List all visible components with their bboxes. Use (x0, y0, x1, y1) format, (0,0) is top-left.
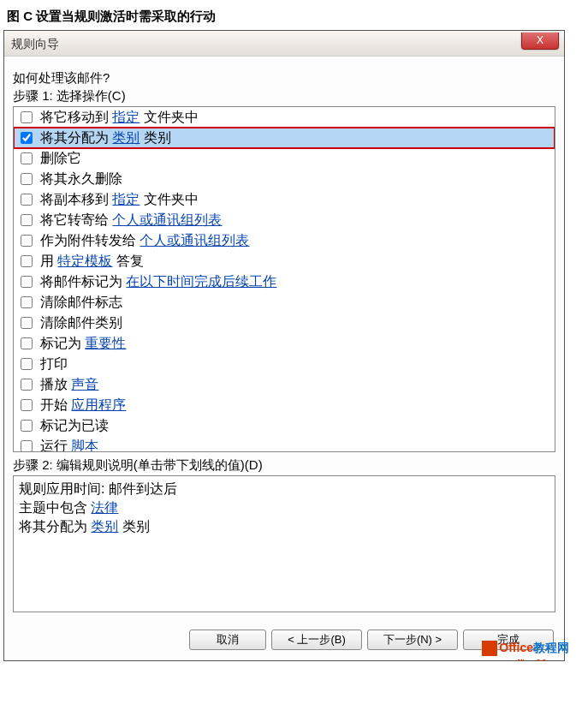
watermark-url: www.office26.com (487, 658, 570, 661)
finish-button[interactable]: 完成 (463, 630, 554, 650)
action-item[interactable]: 将它移动到 指定 文件夹中 (14, 107, 555, 128)
action-label: 将它移动到 指定 文件夹中 (40, 108, 199, 127)
action-item[interactable]: 标记为 重要性 (14, 333, 555, 354)
action-label: 清除邮件标志 (40, 293, 122, 312)
step2-sub: 步骤 2: 编辑规则说明(单击带下划线的值)(D) (13, 457, 555, 474)
action-label: 将副本移到 指定 文件夹中 (40, 190, 199, 209)
action-checkbox[interactable] (21, 111, 33, 123)
action-checkbox[interactable] (21, 173, 33, 185)
action-label: 标记为 重要性 (40, 334, 126, 353)
action-link[interactable]: 指定 (112, 192, 140, 206)
action-link[interactable]: 在以下时间完成后续工作 (126, 274, 276, 289)
action-label: 播放 声音 (40, 375, 98, 394)
desc-link-subject[interactable]: 法律 (91, 500, 118, 515)
action-checkbox[interactable] (21, 296, 33, 308)
action-label: 将其分配为 类别 类别 (40, 128, 171, 147)
step1-sub: 步骤 1: 选择操作(C) (13, 88, 555, 104)
desc-line-3: 将其分配为 类别 类别 (19, 517, 549, 536)
action-item[interactable]: 清除邮件类别 (14, 313, 555, 333)
action-checkbox[interactable] (21, 194, 33, 206)
action-link[interactable]: 声音 (71, 377, 98, 391)
action-item[interactable]: 删除它 (14, 148, 555, 169)
action-link[interactable]: 特定模板 (57, 254, 112, 268)
action-link[interactable]: 脚本 (71, 439, 98, 452)
action-item[interactable]: 将其分配为 类别 类别 (14, 128, 555, 148)
action-label: 将其永久删除 (40, 170, 122, 188)
action-item[interactable]: 标记为已读 (14, 415, 555, 436)
action-checkbox[interactable] (21, 379, 33, 391)
action-link[interactable]: 重要性 (85, 336, 126, 350)
action-item[interactable]: 清除邮件标志 (14, 292, 555, 313)
action-checkbox[interactable] (21, 440, 33, 452)
action-label: 运行 脚本 (40, 437, 98, 452)
action-checkbox[interactable] (21, 132, 33, 144)
action-checkbox[interactable] (21, 235, 33, 247)
action-link[interactable]: 个人或通讯组列表 (140, 233, 249, 248)
action-checkbox[interactable] (21, 214, 33, 226)
action-item[interactable]: 用 特定模板 答复 (14, 251, 555, 272)
action-link[interactable]: 个人或通讯组列表 (112, 212, 222, 227)
next-button[interactable]: 下一步(N) > (367, 630, 458, 650)
action-link[interactable]: 指定 (112, 110, 140, 124)
action-item[interactable]: 将副本移到 指定 文件夹中 (14, 189, 555, 210)
action-checkbox[interactable] (21, 420, 33, 432)
action-link[interactable]: 应用程序 (71, 397, 126, 412)
action-label: 打印 (40, 355, 68, 373)
action-item[interactable]: 将它转寄给 个人或通讯组列表 (14, 210, 555, 230)
action-checkbox[interactable] (21, 255, 33, 267)
action-checkbox[interactable] (21, 152, 33, 164)
dialog-content: 如何处理该邮件? 步骤 1: 选择操作(C) 将它移动到 指定 文件夹中将其分配… (4, 57, 564, 660)
desc-line-2: 主题中包含 法律 (19, 498, 549, 517)
action-label: 清除邮件类别 (40, 313, 122, 332)
figure-caption: 图 C 设置当规则激活时需采取的行动 (0, 0, 576, 30)
button-row: 取消 < 上一步(B) 下一步(N) > 完成 (13, 628, 555, 652)
action-item[interactable]: 将邮件标记为 在以下时间完成后续工作 (14, 272, 555, 292)
action-item[interactable]: 将其永久删除 (14, 169, 555, 189)
action-checkbox[interactable] (21, 399, 33, 411)
action-label: 标记为已读 (40, 416, 109, 435)
action-checkbox[interactable] (21, 337, 33, 349)
window-title: 规则向导 (11, 37, 59, 51)
action-label: 将它转寄给 个人或通讯组列表 (40, 211, 222, 230)
action-checkbox[interactable] (21, 358, 33, 370)
rule-description: 规则应用时间: 邮件到达后 主题中包含 法律 将其分配为 类别 类别 (13, 475, 555, 612)
titlebar: 规则向导 X (4, 31, 564, 57)
step1-heading: 如何处理该邮件? (13, 70, 555, 87)
desc-line-1: 规则应用时间: 邮件到达后 (19, 480, 549, 498)
desc-link-category[interactable]: 类别 (91, 519, 118, 534)
action-checkbox[interactable] (21, 317, 33, 329)
action-checkbox[interactable] (21, 276, 33, 288)
action-link[interactable]: 类别 (112, 130, 140, 145)
cancel-button[interactable]: 取消 (189, 630, 266, 650)
action-label: 用 特定模板 答复 (40, 252, 144, 271)
action-item[interactable]: 作为附件转发给 个人或通讯组列表 (14, 230, 555, 251)
action-item[interactable]: 打印 (14, 354, 555, 374)
action-label: 将邮件标记为 在以下时间完成后续工作 (40, 272, 276, 291)
prev-button[interactable]: < 上一步(B) (271, 630, 362, 650)
action-item[interactable]: 播放 声音 (14, 374, 555, 395)
action-label: 删除它 (40, 149, 81, 168)
action-item[interactable]: 开始 应用程序 (14, 395, 555, 415)
dialog-window: 规则向导 X 如何处理该邮件? 步骤 1: 选择操作(C) 将它移动到 指定 文… (3, 30, 565, 661)
action-item[interactable]: 运行 脚本 (14, 436, 555, 452)
action-label: 开始 应用程序 (40, 396, 126, 415)
close-button[interactable]: X (521, 33, 559, 50)
action-list[interactable]: 将它移动到 指定 文件夹中将其分配为 类别 类别删除它将其永久删除将副本移到 指… (13, 106, 555, 452)
action-label: 作为附件转发给 个人或通讯组列表 (40, 231, 249, 250)
